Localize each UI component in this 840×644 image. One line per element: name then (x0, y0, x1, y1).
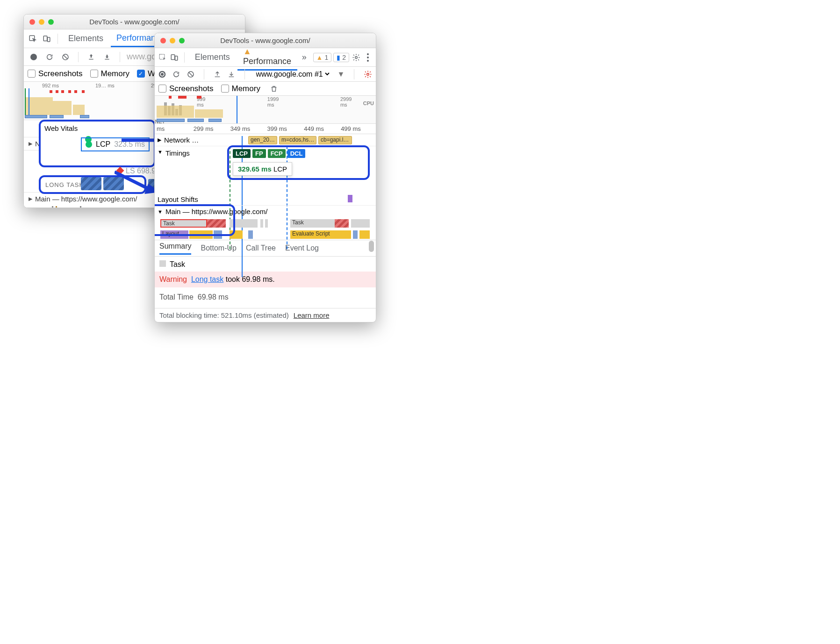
close-dot[interactable] (29, 19, 35, 25)
svg-rect-5 (89, 59, 93, 59)
web-vitals-highlight: Web Vitals LCP 323.5 ms (39, 120, 156, 167)
task-color-swatch (159, 260, 166, 267)
net-chip[interactable]: gen_20… (248, 136, 277, 144)
record-icon[interactable] (28, 51, 40, 63)
device-toggle-icon[interactable] (41, 33, 53, 45)
lcp-badge[interactable]: LCP (233, 149, 251, 158)
svg-rect-2 (48, 37, 50, 42)
record-icon[interactable] (158, 68, 166, 80)
net-chip[interactable]: m=cdos,hs… (279, 136, 316, 144)
zoom-dot[interactable] (179, 38, 185, 43)
total-time-row: Total Time 69.98 ms (159, 290, 371, 304)
evaluate-script-bar[interactable]: Evaluate Script (290, 230, 351, 239)
bottom-tab-event-log[interactable]: Event Log (285, 244, 319, 252)
messages-badge[interactable]: ▮2 (333, 53, 349, 62)
zoom-dot[interactable] (48, 19, 54, 25)
warnings-badge[interactable]: ▲1 (313, 53, 332, 62)
lcp-dot-icon (86, 141, 92, 148)
download-icon[interactable] (101, 51, 113, 63)
summary-pane: Task Warning Long task took 69.98 ms. To… (155, 257, 376, 308)
reload-icon[interactable] (172, 68, 180, 80)
long-task-block (103, 177, 124, 190)
network-track[interactable]: ▶Network … gen_20… m=cdos,hs… cb=gapi.l… (155, 134, 376, 146)
memory-checkbox[interactable]: Memory (221, 84, 260, 93)
timings-highlight: LCP FP FCP DCL 329.65 ms LCP (227, 145, 370, 180)
options-row: Screenshots Memory (155, 82, 376, 96)
clear-icon[interactable] (59, 51, 72, 63)
bottom-tab-call-tree[interactable]: Call Tree (246, 244, 276, 252)
clear-icon[interactable] (187, 68, 194, 80)
summary-task-row: Task (159, 260, 371, 269)
memory-checkbox[interactable]: Memory (90, 69, 129, 79)
status-bar: Total blocking time: 521.10ms (estimated… (155, 308, 376, 322)
warning-row: Warning Long task took 69.98 ms. (155, 272, 376, 287)
svg-point-15 (367, 53, 369, 55)
bottom-tab-summary[interactable]: Summary (159, 242, 191, 255)
fcp-badge[interactable]: FCP (268, 149, 286, 158)
screenshots-checkbox[interactable]: Screenshots (28, 69, 83, 79)
more-tabs-icon[interactable]: » (299, 51, 309, 64)
tab-elements[interactable]: Elements (189, 50, 236, 65)
dcl-badge[interactable]: DCL (287, 149, 306, 158)
settings-icon[interactable] (351, 51, 361, 64)
svg-point-17 (367, 60, 369, 62)
close-dot[interactable] (160, 38, 166, 43)
panels-row: Elements ▲ Performance » ▲1 ▮2 (155, 48, 376, 67)
svg-point-19 (161, 73, 164, 76)
ls-diamond-icon (116, 167, 124, 175)
recording-select[interactable]: www.google.com #1 (254, 70, 331, 79)
window-title: DevTools - www.google.com/ (220, 36, 310, 44)
warning-label: Warning (159, 275, 187, 283)
bottom-tab-bottom-up[interactable]: Bottom-Up (201, 244, 236, 252)
long-task-link[interactable]: Long task (191, 275, 223, 283)
lcp-tooltip: LCP 323.5 ms (81, 137, 150, 151)
select-chevron-icon: ▼ (337, 70, 345, 79)
details-tabs: Summary Bottom-Up Call Tree Event Log (155, 240, 376, 257)
cpu-cap: CPU (363, 100, 374, 106)
overview-strip[interactable]: 999 ms1999 ms2999 ms CPU NET (155, 96, 376, 124)
inspect-icon[interactable] (158, 51, 168, 64)
upload-icon[interactable] (85, 51, 97, 63)
upload-icon[interactable] (213, 68, 221, 80)
svg-rect-6 (105, 59, 109, 59)
inspect-icon[interactable] (27, 33, 39, 45)
minimize-dot[interactable] (170, 38, 175, 43)
web-vitals-label: Web Vitals (41, 122, 154, 133)
time-ruler: ms299 ms349 ms399 ms449 ms499 ms (155, 124, 376, 134)
timings-tooltip: 329.65 ms LCP (233, 162, 292, 176)
fp-badge[interactable]: FP (252, 149, 266, 158)
svg-point-21 (367, 73, 369, 75)
screenshots-checkbox[interactable]: Screenshots (158, 84, 214, 93)
reload-icon[interactable] (43, 51, 56, 63)
total-blocking-time: Total blocking time: 521.10ms (estimated… (159, 311, 289, 319)
kebab-icon[interactable] (363, 51, 373, 64)
titlebar: DevTools - www.google.com/ (155, 33, 376, 48)
svg-rect-1 (43, 36, 47, 41)
devtools-window-front: DevTools - www.google.com/ Elements ▲ Pe… (154, 33, 376, 322)
device-toggle-icon[interactable] (170, 51, 180, 64)
window-title: DevTools - www.google.com/ (89, 18, 179, 26)
trash-icon[interactable] (268, 83, 280, 95)
svg-point-14 (355, 56, 357, 58)
learn-more-link[interactable]: Learn more (294, 311, 330, 319)
svg-rect-13 (175, 56, 178, 60)
layout-shifts-track[interactable]: Layout Shifts (155, 193, 376, 205)
traffic-lights (29, 19, 54, 25)
download-icon[interactable] (228, 68, 235, 80)
long-task-block (81, 177, 101, 190)
svg-rect-12 (172, 55, 175, 60)
tab-elements[interactable]: Elements (63, 31, 109, 46)
traffic-lights (160, 38, 185, 43)
svg-point-16 (367, 57, 369, 58)
task-bar[interactable]: Task (290, 219, 335, 228)
task-highlight (154, 204, 235, 236)
minimize-dot[interactable] (39, 19, 44, 25)
layout-shift-marker (348, 195, 352, 202)
titlebar: DevTools - www.google.com/ (24, 14, 245, 29)
capture-settings-icon[interactable] (364, 68, 372, 80)
net-chip[interactable]: cb=gapi.l… (318, 136, 352, 144)
svg-point-3 (30, 54, 37, 60)
flamechart[interactable]: ms299 ms349 ms399 ms449 ms499 ms ▶Networ… (155, 124, 376, 240)
